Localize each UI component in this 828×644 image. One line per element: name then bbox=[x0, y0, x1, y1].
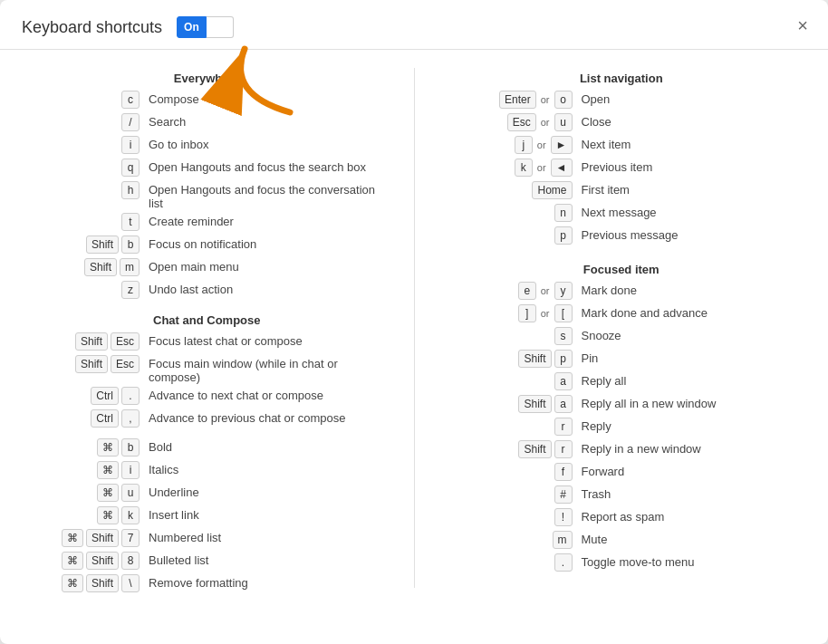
key-7: 7 bbox=[121, 529, 140, 547]
key-a: a bbox=[554, 372, 573, 390]
desc-next-chat: Advance to next chat or compose bbox=[149, 389, 323, 402]
key-area-m2: m bbox=[437, 531, 573, 549]
key-c: c bbox=[121, 91, 140, 109]
key-cmd-4: ⌘ bbox=[97, 506, 119, 524]
key-cmd-7: ⌘ bbox=[62, 574, 83, 592]
desc-mute: Mute bbox=[582, 533, 608, 546]
key-shift-1: Shift bbox=[86, 235, 119, 254]
toggle-container[interactable]: On bbox=[177, 16, 234, 38]
desc-inbox: Go to inbox bbox=[149, 138, 209, 151]
key-rbracket: ] bbox=[518, 304, 536, 322]
key-r: r bbox=[554, 418, 573, 436]
key-area-s: s bbox=[437, 327, 573, 345]
desc-next-msg: Next message bbox=[582, 206, 657, 219]
key-area-f: f bbox=[437, 463, 573, 481]
shortcut-reply-new: Shiftr Reply in a new window bbox=[437, 440, 807, 460]
key-cmd-2: ⌘ bbox=[97, 461, 119, 479]
key-shift-7: Shift bbox=[86, 574, 119, 592]
shortcut-mark-done: eory Mark done bbox=[437, 282, 807, 302]
key-f: f bbox=[554, 463, 573, 481]
desc-reply: Reply bbox=[582, 419, 611, 433]
or-4: or bbox=[537, 162, 546, 173]
or-1: or bbox=[541, 94, 550, 105]
desc-focus-main: Focus main window (while in chat or comp… bbox=[149, 357, 392, 384]
key-b2: b bbox=[121, 438, 140, 457]
key-p: p bbox=[554, 226, 573, 245]
key-t: t bbox=[121, 213, 140, 231]
desc-reply-all-new: Reply all in a new window bbox=[582, 397, 717, 410]
shortcut-trash: # Trash bbox=[437, 485, 807, 505]
desc-reminder: Create reminder bbox=[149, 215, 234, 228]
or-5: or bbox=[541, 285, 550, 296]
key-o: o bbox=[554, 91, 573, 109]
key-e: e bbox=[518, 282, 536, 300]
key-area-cmd-i: ⌘i bbox=[22, 461, 140, 479]
shortcut-bold: ⌘b Bold bbox=[22, 438, 392, 458]
desc-mark-done: Mark done bbox=[582, 284, 637, 297]
key-area-t: t bbox=[22, 213, 140, 231]
desc-next-item: Next item bbox=[582, 138, 631, 151]
desc-hangouts-conv: Open Hangouts and focus the conversation… bbox=[149, 183, 392, 210]
shortcut-focus-chat: ShiftEsc Focus latest chat or compose bbox=[22, 332, 392, 352]
key-area-cmd-shift-8: ⌘Shift8 bbox=[22, 552, 140, 570]
desc-numbered: Numbered list bbox=[149, 531, 221, 544]
desc-remove-fmt: Remove formatting bbox=[149, 576, 248, 590]
key-area-q: q bbox=[22, 159, 140, 177]
shortcut-next-msg: n Next message bbox=[437, 204, 807, 224]
key-shift-5: Shift bbox=[86, 529, 119, 547]
shortcut-search: / Search bbox=[22, 113, 392, 133]
key-k2: k bbox=[515, 159, 533, 177]
key-area-home: Home bbox=[437, 181, 573, 199]
key-i: i bbox=[121, 136, 140, 154]
key-area-shift-m: Shiftm bbox=[22, 258, 140, 276]
chat-section-title: Chat and Compose bbox=[22, 313, 392, 327]
shortcut-focus-notif: Shiftb Focus on notification bbox=[22, 235, 392, 255]
shortcut-mark-done-advance: ]or[ Mark done and advance bbox=[437, 304, 807, 324]
key-k: k bbox=[121, 506, 140, 524]
shortcut-inbox: i Go to inbox bbox=[22, 136, 392, 156]
or-6: or bbox=[541, 308, 550, 319]
desc-snooze: Snooze bbox=[582, 329, 621, 342]
key-back: \ bbox=[121, 574, 140, 592]
key-i2: i bbox=[121, 461, 140, 479]
key-cmd-5: ⌘ bbox=[62, 529, 83, 547]
key-area-e-y: eory bbox=[437, 282, 573, 300]
shortcut-move-to: . Toggle move-to menu bbox=[437, 553, 807, 573]
shortcut-bulleted: ⌘Shift8 Bulleted list bbox=[22, 552, 392, 572]
key-area-j-right: jor► bbox=[437, 136, 573, 154]
desc-forward: Forward bbox=[582, 465, 625, 478]
key-r2: r bbox=[554, 440, 573, 458]
key-area-enter-o: Enteroro bbox=[437, 91, 573, 109]
desc-first-item: First item bbox=[582, 183, 630, 197]
desc-reply-all: Reply all bbox=[582, 374, 627, 388]
key-area-cmd-shift-7: ⌘Shift7 bbox=[22, 529, 140, 547]
shortcut-mute: m Mute bbox=[437, 531, 807, 551]
desc-mark-done-advance: Mark done and advance bbox=[582, 306, 708, 320]
key-s: s bbox=[554, 327, 573, 345]
desc-main-menu: Open main menu bbox=[149, 260, 239, 274]
shortcut-next-chat: Ctrl. Advance to next chat or compose bbox=[22, 387, 392, 407]
toggle-on-label[interactable]: On bbox=[177, 16, 207, 38]
toggle-off-area[interactable] bbox=[207, 16, 234, 38]
key-esc-1: Esc bbox=[111, 332, 140, 351]
key-area-h: h bbox=[22, 181, 140, 199]
key-shift-4: Shift bbox=[75, 355, 108, 373]
key-p2: p bbox=[554, 350, 573, 368]
desc-italics: Italics bbox=[149, 463, 178, 476]
key-area-ctrl-dot: Ctrl. bbox=[22, 387, 140, 405]
key-ctrl-1: Ctrl bbox=[91, 387, 119, 405]
shortcut-hangouts-conv: h Open Hangouts and focus the conversati… bbox=[22, 181, 392, 210]
key-area-a: a bbox=[437, 372, 573, 390]
key-j: j bbox=[515, 136, 533, 154]
desc-prev-item: Previous item bbox=[582, 160, 653, 174]
right-column: List navigation Enteroro Open Escoru Clo… bbox=[415, 59, 829, 597]
desc-hangouts-search: Open Hangouts and focus the search box bbox=[149, 160, 366, 174]
shortcut-reply-all-new: Shifta Reply all in a new window bbox=[437, 395, 807, 415]
key-lbracket: [ bbox=[554, 304, 573, 322]
key-shift-8: Shift bbox=[518, 350, 551, 368]
key-ctrl-2: Ctrl bbox=[91, 409, 119, 428]
shortcut-pin: Shiftp Pin bbox=[437, 350, 807, 370]
close-button[interactable]: × bbox=[794, 13, 812, 38]
desc-prev-msg: Previous message bbox=[582, 228, 679, 242]
key-h: h bbox=[121, 181, 140, 199]
